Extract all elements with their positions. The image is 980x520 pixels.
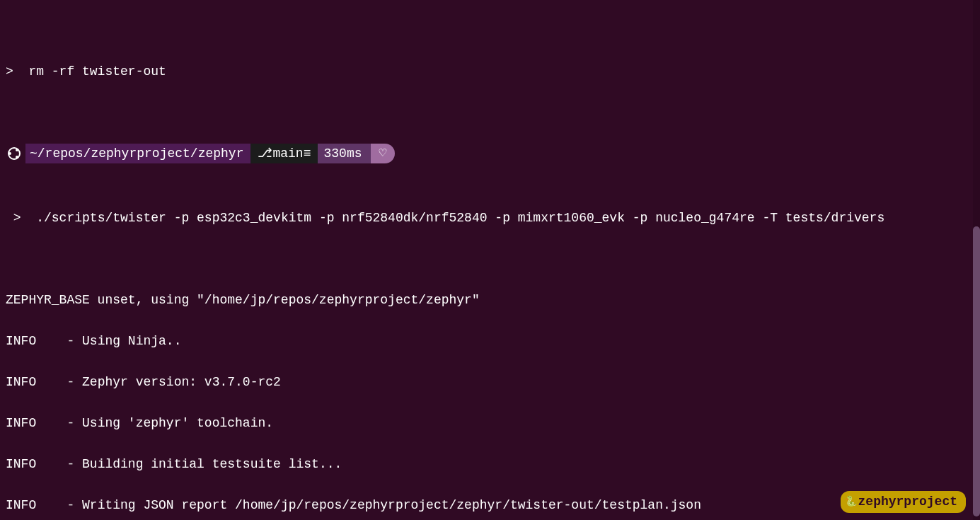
branch-state: ≡ bbox=[304, 144, 311, 164]
prompt-line-1: ~/repos/zephyrproject/zephyr ⎇ main ≡ 33… bbox=[6, 144, 395, 163]
branch-icon: ⎇ bbox=[258, 144, 272, 164]
command-text: ./scripts/twister -p esp32c3_devkitm -p … bbox=[36, 211, 884, 225]
output-toolchain: INFO - Using 'zephyr' toolchain. bbox=[6, 413, 974, 434]
svg-point-3 bbox=[16, 156, 18, 158]
output-ninja: INFO - Using Ninja.. bbox=[6, 331, 974, 352]
duration-segment: 330ms bbox=[318, 144, 370, 163]
scrollbar-thumb[interactable] bbox=[973, 226, 980, 516]
ubuntu-icon bbox=[6, 144, 23, 163]
output-building: INFO - Building initial testsuite list..… bbox=[6, 454, 974, 475]
git-branch-segment: ⎇ main ≡ bbox=[250, 144, 318, 163]
branch-name: main bbox=[272, 144, 303, 164]
virtualenv-badge: 🐍zephyrproject bbox=[841, 491, 966, 513]
python-icon: 🐍 bbox=[845, 492, 857, 512]
prev-command-text: rm -rf twister-out bbox=[28, 64, 166, 79]
heart-icon: ♡ bbox=[371, 144, 396, 163]
virtualenv-name: zephyrproject bbox=[858, 492, 957, 512]
output-zephyr-base: ZEPHYR_BASE unset, using "/home/jp/repos… bbox=[6, 290, 974, 311]
output-json-plan: INFO - Writing JSON report /home/jp/repo… bbox=[6, 495, 974, 516]
terminal-output[interactable]: > rm -rf twister-out ~/repos/zephyrproje… bbox=[0, 0, 980, 520]
command-line: > ./scripts/twister -p esp32c3_devkitm -… bbox=[6, 208, 974, 229]
prev-command-line: > rm -rf twister-out bbox=[6, 62, 974, 82]
cwd-path: ~/repos/zephyrproject/zephyr bbox=[25, 144, 250, 163]
scrollbar-track[interactable] bbox=[973, 0, 980, 520]
svg-point-2 bbox=[16, 149, 18, 151]
svg-point-1 bbox=[8, 152, 11, 155]
output-version: INFO - Zephyr version: v3.7.0-rc2 bbox=[6, 372, 974, 393]
